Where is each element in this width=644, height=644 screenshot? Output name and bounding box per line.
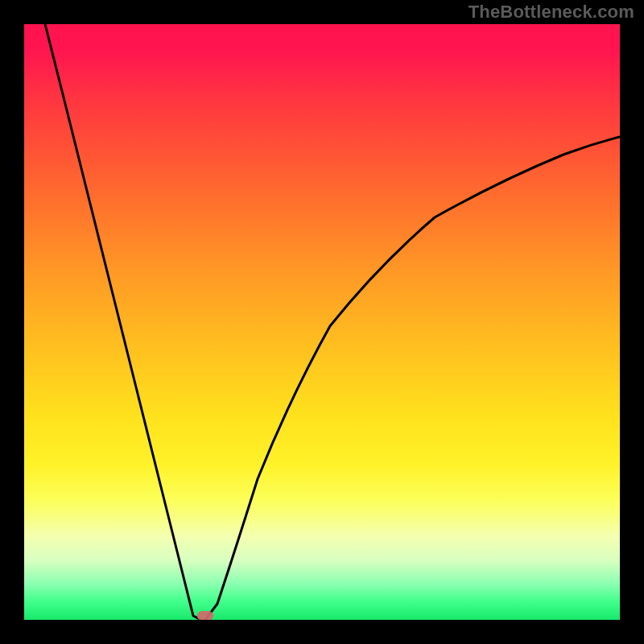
curve-svg (24, 24, 620, 620)
plot-area (24, 24, 620, 620)
watermark-text: TheBottleneck.com (469, 2, 634, 23)
optimum-marker (197, 611, 213, 620)
bottleneck-curve (45, 24, 620, 620)
chart-frame: TheBottleneck.com (0, 0, 644, 644)
